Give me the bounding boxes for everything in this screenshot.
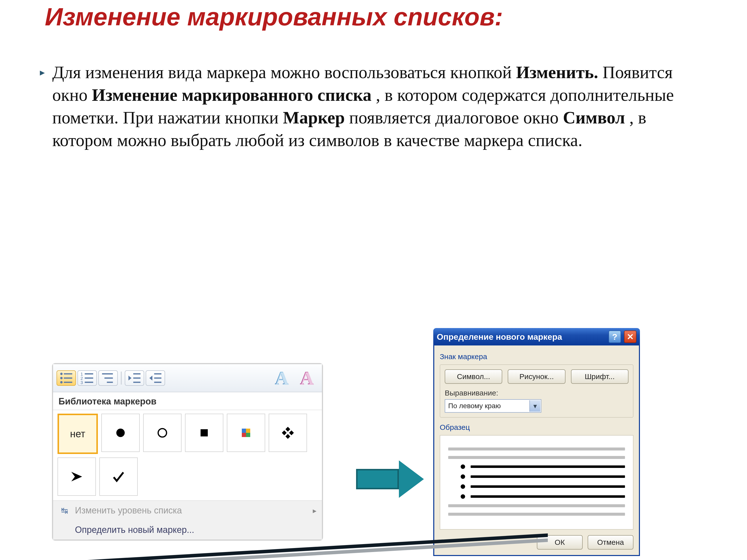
marker-square[interactable] [185, 414, 223, 452]
preview-bullet-row [448, 474, 625, 479]
ribbon-increase-indent-button[interactable] [146, 370, 165, 386]
preview-line [448, 456, 625, 459]
marker-arrow[interactable] [57, 457, 96, 496]
marker-circle[interactable] [143, 414, 182, 452]
svg-rect-11 [85, 381, 93, 383]
help-icon: ? [612, 332, 618, 342]
marker-diamonds[interactable] [269, 414, 307, 452]
marker-4color[interactable] [227, 414, 265, 452]
svg-rect-12 [102, 373, 113, 374]
ok-button-label: ОК [555, 538, 565, 546]
preview-bullet-icon [461, 494, 465, 499]
para-bold-2: Изменение маркированного списка [92, 85, 371, 105]
preview-line [448, 504, 625, 507]
svg-rect-17 [133, 381, 140, 383]
svg-rect-15 [133, 373, 140, 374]
arrowhead-icon [70, 470, 84, 484]
ribbon-text-effects-icon[interactable]: A [270, 367, 293, 389]
svg-rect-23 [201, 429, 208, 436]
preview-bullet-row [448, 484, 625, 489]
svg-rect-5 [64, 381, 72, 383]
cancel-button-label: Отмена [597, 538, 624, 546]
svg-rect-7 [85, 373, 93, 374]
increase-indent-icon [148, 371, 162, 385]
preview-bullet-icon [461, 474, 465, 479]
ribbon-decrease-indent-button[interactable] [125, 370, 144, 386]
svg-point-2 [60, 377, 63, 379]
body-paragraph: ▸ Для изменения вида маркера можно воспо… [0, 31, 747, 152]
marker-check[interactable] [99, 457, 138, 496]
marker-grid: нет [53, 410, 322, 501]
close-icon: ✕ [627, 332, 634, 342]
svg-rect-26 [242, 433, 246, 437]
alignment-label: Выравнивание: [445, 389, 628, 397]
four-color-diamond-icon [239, 426, 253, 440]
cancel-button[interactable]: Отмена [588, 535, 634, 550]
svg-rect-13 [105, 377, 113, 378]
ribbon-font-color-icon[interactable]: A [295, 367, 318, 389]
para-text-4: появляется диалоговое окно [349, 108, 563, 127]
arrow-graphic [356, 460, 424, 498]
ribbon-row: 123 A A [53, 364, 322, 392]
svg-rect-27 [246, 433, 250, 437]
svg-point-0 [60, 373, 63, 375]
four-diamonds-icon [281, 426, 295, 440]
group-marker-box: Символ... Рисунок... Шрифт... Выравниван… [440, 364, 634, 418]
alignment-value: По левому краю [448, 402, 501, 410]
svg-rect-19 [154, 377, 161, 378]
dialog-close-button[interactable]: ✕ [624, 330, 637, 343]
ribbon-multilevel-button[interactable] [98, 370, 118, 386]
slide-title: Изменение маркированных списков: [0, 0, 667, 31]
circle-icon [155, 426, 170, 440]
marker-disc[interactable] [101, 414, 140, 452]
symbol-button-label: Символ... [457, 372, 490, 381]
decrease-indent-icon [127, 371, 142, 385]
svg-rect-25 [246, 429, 250, 433]
alignment-combo[interactable]: По левому краю ▾ [445, 399, 541, 412]
checkmark-icon [111, 470, 126, 484]
svg-rect-14 [107, 381, 113, 383]
symbol-button[interactable]: Символ... [445, 369, 502, 384]
svg-point-22 [158, 429, 166, 437]
slide-decor-line [0, 515, 548, 560]
dialog-titlebar: Определение нового маркера ? ✕ [433, 328, 640, 345]
svg-rect-9 [85, 377, 93, 378]
svg-point-4 [60, 381, 63, 383]
svg-rect-1 [64, 373, 72, 374]
dialog-help-button[interactable]: ? [609, 330, 621, 343]
indent-icon: ↹ [58, 506, 71, 515]
svg-rect-16 [133, 377, 140, 378]
font-button[interactable]: Шрифт... [571, 369, 628, 384]
bulleted-list-icon [59, 371, 74, 385]
disc-icon [113, 426, 128, 440]
svg-rect-3 [64, 377, 72, 378]
svg-rect-18 [154, 373, 161, 374]
group-marker-label: Знак маркера [440, 352, 634, 361]
para-bold-4: Символ [563, 108, 625, 127]
preview-line [448, 448, 625, 451]
para-text-1: Для изменения вида маркера можно восполь… [52, 63, 516, 82]
group-preview-label: Образец [440, 423, 634, 432]
preview-bullet-icon [461, 484, 465, 489]
library-title: Библиотека маркеров [53, 392, 322, 410]
ribbon-bullets-button[interactable] [56, 370, 76, 386]
dialog-title-text: Определение нового маркера [437, 332, 562, 342]
submenu-arrow-icon: ▸ [313, 506, 316, 515]
font-button-label: Шрифт... [585, 372, 615, 381]
preview-bullet-row [448, 464, 625, 469]
ribbon-numbering-button[interactable]: 123 [77, 370, 97, 386]
marker-none-label: нет [70, 428, 85, 439]
svg-rect-20 [154, 381, 161, 383]
svg-point-21 [116, 429, 125, 437]
svg-rect-24 [242, 429, 246, 433]
numbered-list-icon: 123 [80, 371, 94, 385]
para-bold-3: Маркер [283, 108, 345, 127]
multilevel-list-icon [101, 371, 115, 385]
picture-button-label: Рисунок... [519, 372, 554, 381]
chevron-down-icon: ▾ [530, 400, 540, 412]
square-icon [197, 426, 211, 440]
preview-bullet-icon [461, 464, 465, 469]
picture-button[interactable]: Рисунок... [508, 369, 565, 384]
marker-none[interactable]: нет [57, 414, 98, 454]
para-bold-1: Изменить. [516, 63, 598, 82]
